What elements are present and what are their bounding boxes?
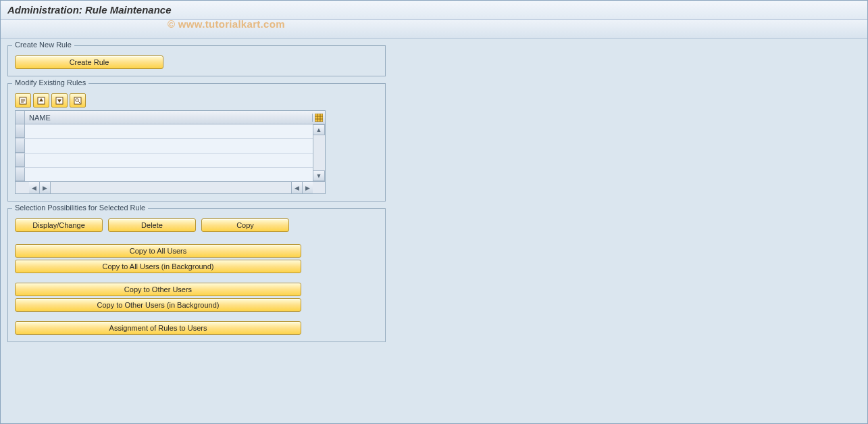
find-icon: [73, 96, 82, 105]
copy-to-other-users-bg-button[interactable]: Copy to Other Users (in Background): [15, 298, 301, 312]
row-selector[interactable]: [16, 139, 25, 152]
watermark-text: © www.tutorialkart.com: [168, 18, 285, 30]
copy-to-other-users-bg-label: Copy to Other Users (in Background): [97, 301, 220, 309]
panel-title-create: Create New Rule: [12, 41, 74, 49]
sort-asc-icon: [36, 96, 46, 105]
grid-toolbar: [15, 93, 378, 108]
row-selector[interactable]: [16, 124, 25, 138]
grid-column-name[interactable]: NAME: [25, 114, 313, 122]
sort-desc-icon: [55, 96, 64, 105]
copy-to-all-users-button[interactable]: Copy to All Users: [15, 244, 301, 258]
copy-to-all-users-label: Copy to All Users: [130, 247, 186, 255]
table-row[interactable]: [16, 154, 313, 168]
modify-existing-rules-panel: Modify Existing Rules NAME: [7, 83, 386, 202]
grid-header-row: NAME: [16, 111, 325, 124]
grid-cell-name[interactable]: [25, 124, 313, 138]
display-change-button[interactable]: Display/Change: [15, 218, 103, 232]
content-area: Create New Rule Create Rule Modify Exist…: [1, 39, 867, 356]
grid-cell-name[interactable]: [25, 168, 313, 181]
table-row[interactable]: [16, 168, 313, 181]
svg-rect-6: [315, 114, 323, 122]
assignment-rules-button[interactable]: Assignment of Rules to Users: [15, 321, 301, 335]
details-icon: [18, 96, 28, 105]
copy-button[interactable]: Copy: [201, 218, 289, 232]
selection-possibilities-panel: Selection Possibilities for Selected Rul…: [7, 208, 386, 342]
row-selector[interactable]: [16, 168, 25, 181]
application-toolbar: © www.tutorialkart.com: [1, 20, 867, 39]
panel-title-modify: Modify Existing Rules: [12, 78, 88, 87]
create-rule-button[interactable]: Create Rule: [15, 55, 163, 69]
scroll-right-icon[interactable]: ◀: [291, 182, 302, 193]
grid-body: ▲ ▼: [16, 124, 325, 181]
delete-button[interactable]: Delete: [108, 218, 196, 232]
panel-title-selection: Selection Possibilities for Selected Rul…: [12, 204, 148, 212]
scroll-left-icon[interactable]: ▶: [40, 182, 51, 193]
grid-cell-name[interactable]: [25, 154, 313, 167]
window-title-bar: Administration: Rule Maintenance: [1, 1, 867, 20]
create-rule-button-label: Create Rule: [70, 58, 109, 66]
grid-cell-name[interactable]: [25, 139, 313, 152]
sort-desc-icon-button[interactable]: [51, 93, 68, 108]
vertical-scrollbar[interactable]: ▲ ▼: [313, 124, 325, 181]
sort-asc-icon-button[interactable]: [33, 93, 49, 108]
horizontal-scrollbar[interactable]: ◀ ▶ ◀ ▶: [16, 181, 325, 193]
assignment-rules-label: Assignment of Rules to Users: [109, 324, 207, 332]
create-new-rule-panel: Create New Rule Create Rule: [7, 45, 386, 76]
row-selector[interactable]: [16, 154, 25, 167]
find-icon-button[interactable]: [70, 93, 86, 108]
display-change-label: Display/Change: [32, 221, 85, 229]
table-row[interactable]: [16, 124, 313, 139]
grid-settings-button[interactable]: [313, 114, 325, 122]
table-row[interactable]: [16, 139, 313, 153]
window-title: Administration: Rule Maintenance: [7, 4, 172, 16]
copy-label: Copy: [236, 221, 254, 229]
scroll-right-end-icon[interactable]: ▶: [302, 182, 313, 193]
grid-settings-icon: [315, 114, 323, 122]
scroll-left-start-icon[interactable]: ◀: [29, 182, 40, 193]
scroll-down-icon[interactable]: ▼: [313, 170, 325, 181]
grid-select-all[interactable]: [16, 111, 25, 124]
grid-rows: [16, 124, 313, 181]
copy-to-other-users-button[interactable]: Copy to Other Users: [15, 283, 301, 296]
details-icon-button[interactable]: [15, 93, 31, 108]
delete-label: Delete: [141, 221, 163, 229]
copy-to-all-users-bg-label: Copy to All Users (in Background): [102, 262, 213, 270]
rules-grid: NAME: [15, 110, 326, 194]
copy-to-all-users-bg-button[interactable]: Copy to All Users (in Background): [15, 260, 301, 273]
scroll-up-icon[interactable]: ▲: [313, 124, 325, 135]
copy-to-other-users-label: Copy to Other Users: [124, 285, 192, 293]
